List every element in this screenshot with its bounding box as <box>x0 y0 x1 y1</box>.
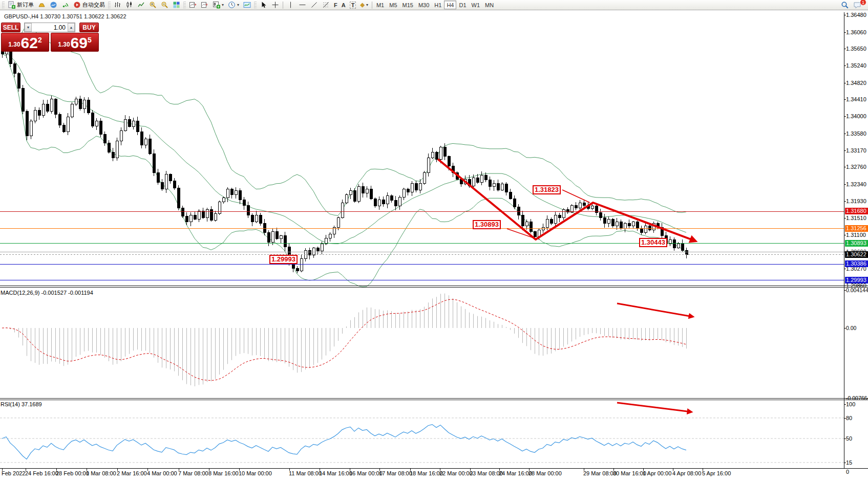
crosshair-icon <box>271 1 279 9</box>
history-center-button[interactable] <box>36 1 48 10</box>
new-order-label: 新订单 <box>17 1 34 9</box>
text-icon: A <box>342 2 346 8</box>
candlestick-chart-button[interactable] <box>123 1 135 10</box>
sell-button[interactable]: SELL <box>1 23 20 32</box>
zoom-out-button[interactable] <box>159 1 171 10</box>
vertical-line-icon <box>287 1 294 9</box>
buy-price-big: 69 <box>71 36 88 50</box>
main-toolbar: 新订单 自动交易 ▾ ▾ F A T ◆▾ M1 M5 M15 M30 H1 H… <box>0 0 868 10</box>
fibo-fan-tool[interactable]: F <box>332 1 340 10</box>
search-button[interactable] <box>839 1 851 10</box>
new-order-button[interactable]: 新订单 <box>6 1 36 10</box>
buy-button[interactable]: BUY <box>79 23 99 32</box>
text-label-tool[interactable]: T <box>348 1 358 10</box>
chart-shift-button[interactable] <box>187 1 199 10</box>
cursor-icon <box>260 1 267 9</box>
toolbar-grip[interactable] <box>254 2 257 9</box>
zoom-out-icon <box>161 1 168 9</box>
timeframe-h4[interactable]: H4 <box>444 1 456 9</box>
notification-badge: 1 <box>860 0 866 6</box>
chart-shift-icon <box>189 1 197 9</box>
shapes-icon: ◆ <box>360 2 364 8</box>
accounts-button[interactable] <box>48 1 59 10</box>
trendline-icon <box>310 1 318 9</box>
timeframe-d1[interactable]: D1 <box>456 1 469 9</box>
one-click-trading-panel: SELL ▼ 1.00 ▲ BUY 1.30 62 2 1.30 69 5 <box>1 23 99 52</box>
toolbar-grip[interactable] <box>108 2 111 9</box>
timeframe-m30[interactable]: M30 <box>416 1 432 9</box>
auto-trading-icon <box>73 1 81 9</box>
bar-chart-icon <box>114 1 121 9</box>
chevron-down-icon: ▾ <box>237 3 239 7</box>
text-label-icon: T <box>350 2 356 9</box>
clock-icon <box>228 1 236 9</box>
volume-spinner: ▼ 1.00 ▲ <box>24 23 75 32</box>
auto-trading-button[interactable]: 自动交易 <box>71 1 107 10</box>
gold-icon <box>38 1 46 9</box>
sell-price-big: 62 <box>21 36 38 50</box>
fibo-fan-icon: F <box>334 2 337 8</box>
template-icon <box>243 1 251 9</box>
crosshair-tool-button[interactable] <box>269 1 281 10</box>
volume-input[interactable]: 1.00 <box>32 23 68 32</box>
zoom-in-button[interactable] <box>147 1 159 10</box>
buy-price-sup: 5 <box>88 36 92 44</box>
sell-price-display[interactable]: 1.30 62 2 <box>1 33 49 52</box>
line-chart-button[interactable] <box>135 1 147 10</box>
auto-trading-label: 自动交易 <box>82 1 105 9</box>
timeframe-m1[interactable]: M1 <box>374 1 387 9</box>
chevron-down-icon: ▾ <box>222 3 224 7</box>
sell-price-sup: 2 <box>38 36 42 44</box>
buy-price-small: 1.30 <box>58 41 70 48</box>
sell-price-small: 1.30 <box>8 41 20 48</box>
candlestick-icon <box>125 1 133 9</box>
periods-button[interactable]: ▾ <box>226 1 241 10</box>
timeframe-m15[interactable]: M15 <box>400 1 416 9</box>
buy-price-display[interactable]: 1.30 69 5 <box>51 33 99 52</box>
search-icon <box>841 1 849 9</box>
signals-button[interactable] <box>59 1 71 10</box>
fibonacci-icon <box>322 1 330 9</box>
account-icon <box>50 1 57 9</box>
horizontal-line-icon <box>299 1 306 9</box>
volume-increase-button[interactable]: ▲ <box>68 23 75 32</box>
auto-scroll-button[interactable] <box>199 1 210 10</box>
signal-icon <box>61 1 69 9</box>
new-order-icon <box>8 1 15 9</box>
timeframe-h1[interactable]: H1 <box>432 1 444 9</box>
auto-scroll-icon <box>201 1 208 9</box>
volume-decrease-button[interactable]: ▼ <box>25 23 32 32</box>
text-tool[interactable]: A <box>340 1 348 10</box>
cursor-tool-button[interactable] <box>258 1 269 10</box>
chart-canvas[interactable] <box>0 0 868 482</box>
shapes-tool[interactable]: ◆▾ <box>358 1 370 10</box>
horizontal-line-tool[interactable] <box>297 1 308 10</box>
zoom-in-icon <box>149 1 157 9</box>
toolbar-grip[interactable] <box>2 2 5 9</box>
timeframe-w1[interactable]: W1 <box>469 1 483 9</box>
notifications-button[interactable]: 1 <box>851 1 864 10</box>
trendline-tool[interactable] <box>308 1 320 10</box>
mt4-terminal: { "toolbar":{ "new_order_label":"新订单", "… <box>0 0 868 482</box>
fibonacci-tool[interactable] <box>320 1 332 10</box>
timeframe-mn[interactable]: MN <box>482 1 496 9</box>
vertical-line-tool[interactable] <box>285 1 297 10</box>
new-chart-button[interactable]: ▾ <box>210 1 226 10</box>
timeframe-m5[interactable]: M5 <box>387 1 399 9</box>
tile-windows-icon <box>173 1 180 9</box>
tile-windows-button[interactable] <box>171 1 182 10</box>
line-chart-icon <box>137 1 145 9</box>
bar-chart-button[interactable] <box>112 1 123 10</box>
chevron-down-icon: ▾ <box>366 3 368 7</box>
toolbar-grip[interactable] <box>183 2 186 9</box>
new-chart-icon <box>213 1 220 9</box>
templates-button[interactable] <box>241 1 253 10</box>
